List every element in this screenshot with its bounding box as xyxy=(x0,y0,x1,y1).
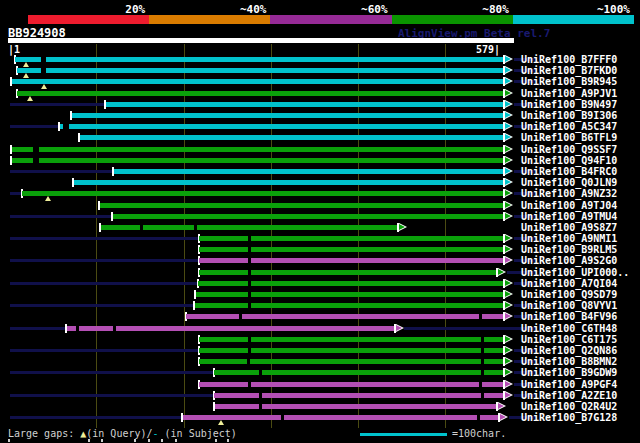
hit-label[interactable]: UniRef100_B8BMN2 xyxy=(521,356,617,367)
alignment-bar[interactable] xyxy=(199,247,504,252)
hit-label[interactable]: UniRef100_C6T175 xyxy=(521,334,617,345)
alignment-bar[interactable] xyxy=(199,359,504,364)
alignment-bar[interactable] xyxy=(17,68,504,73)
hit-label[interactable]: UniRef100_Q9SD79 xyxy=(521,289,617,300)
alignment-bar[interactable] xyxy=(199,258,504,263)
subject-gap-marker xyxy=(248,337,251,342)
hit-label[interactable]: UniRef100_A9PJV1 xyxy=(521,88,617,99)
hit-label[interactable]: UniRef100_A9S2G0 xyxy=(521,255,617,266)
alignment-bar[interactable] xyxy=(60,124,505,129)
end-arrow-icon xyxy=(498,403,504,409)
alignment-bar[interactable] xyxy=(74,180,505,185)
hit-label[interactable]: UniRef100_Q2R4U2 xyxy=(521,401,617,412)
end-arrow-icon xyxy=(505,336,511,342)
alignment-bar[interactable] xyxy=(100,203,505,208)
alignment-bar[interactable] xyxy=(183,415,500,420)
end-arrow-icon xyxy=(505,302,511,308)
truncated-text-fragment xyxy=(215,439,217,442)
hit-label[interactable]: UniRef100_B7FFF0 xyxy=(521,54,617,65)
alignment-bar[interactable] xyxy=(12,147,505,152)
hit-label[interactable]: UniRef100_Q9SSF7 xyxy=(521,144,617,155)
hit-label[interactable]: UniRef100_A5C347 xyxy=(521,121,617,132)
scale-label: ~80% xyxy=(482,3,509,16)
subject-lead-line xyxy=(10,327,67,330)
alignment-bar[interactable] xyxy=(199,348,504,353)
end-arrow-icon xyxy=(505,313,511,319)
subject-gap-marker xyxy=(36,158,39,163)
alignment-bar[interactable] xyxy=(72,113,505,118)
query-gap-triangle-icon xyxy=(218,420,224,425)
truncated-text-fragment xyxy=(134,439,136,442)
end-arrow-icon xyxy=(505,78,511,84)
hit-label[interactable]: UniRef100_B9I306 xyxy=(521,110,617,121)
end-arrow-icon xyxy=(505,101,511,107)
alignment-bar[interactable] xyxy=(17,91,504,96)
subject-gap-marker xyxy=(481,359,484,364)
alignment-bar[interactable] xyxy=(215,404,498,409)
hit-label[interactable]: UniRef100_B4FV96 xyxy=(521,311,617,322)
hit-label[interactable]: UniRef100_B9GDW9 xyxy=(521,367,617,378)
subject-gap-marker xyxy=(477,415,480,420)
alignment-bar[interactable] xyxy=(80,135,505,140)
hit-label[interactable]: UniRef100_A9S8Z7 xyxy=(521,222,617,233)
alignment-bar[interactable] xyxy=(214,370,504,375)
subject-gap-marker xyxy=(247,359,250,364)
hit-label[interactable]: UniRef100_B9RLM5 xyxy=(521,244,617,255)
hit-label[interactable]: UniRef100_UPI000.. xyxy=(521,267,629,278)
subject-gap-text: (in Subject) xyxy=(159,428,237,439)
hit-label[interactable]: UniRef100_B9R945 xyxy=(521,76,617,87)
hit-label[interactable]: UniRef100_B4FRC0 xyxy=(521,166,617,177)
hit-label[interactable]: UniRef100_A9TJ04 xyxy=(521,200,617,211)
end-arrow-icon xyxy=(505,146,511,152)
hit-label[interactable]: UniRef100_A7QI04 xyxy=(521,278,617,289)
hit-label[interactable]: UniRef100_C6TH48 xyxy=(521,323,617,334)
alignment-bar[interactable] xyxy=(214,393,504,398)
hit-label[interactable]: UniRef100_A9NZ32 xyxy=(521,188,617,199)
scale-segment xyxy=(392,15,513,24)
hit-label[interactable]: UniRef100_Q8VYV1 xyxy=(521,300,617,311)
end-arrow-icon xyxy=(500,414,506,420)
end-arrow-icon xyxy=(505,235,511,241)
alignment-bar[interactable] xyxy=(186,314,504,319)
hit-label[interactable]: UniRef100_Q2QN86 xyxy=(521,345,617,356)
hit-label[interactable]: UniRef100_Q0JLN9 xyxy=(521,177,617,188)
hit-label[interactable]: UniRef100_B9N497 xyxy=(521,99,617,110)
truncated-text-fragment xyxy=(161,439,163,442)
alignment-bar[interactable] xyxy=(101,225,398,230)
subject-gap-marker xyxy=(248,247,251,252)
end-arrow-icon xyxy=(505,291,511,297)
alignment-bar[interactable] xyxy=(106,102,505,107)
hit-label[interactable]: UniRef100_B7FKD0 xyxy=(521,65,617,76)
alignment-bar[interactable] xyxy=(12,79,505,84)
end-arrow-icon xyxy=(505,112,511,118)
alignment-bar[interactable] xyxy=(195,303,505,308)
alignment-bar[interactable] xyxy=(113,214,505,219)
alignment-bar[interactable] xyxy=(15,57,504,62)
subject-gap-marker xyxy=(481,337,484,342)
end-arrow-icon xyxy=(505,157,511,163)
scale-label: ~100% xyxy=(597,3,630,16)
truncated-text-fragment xyxy=(227,439,229,442)
hit-label[interactable]: UniRef100_B7G128 xyxy=(521,412,617,423)
alignment-bar[interactable] xyxy=(199,236,504,241)
alignment-bar[interactable] xyxy=(22,191,504,196)
hit-label[interactable]: UniRef100_A9NMI1 xyxy=(521,233,617,244)
alignment-bar[interactable] xyxy=(12,158,505,163)
alignment-bar[interactable] xyxy=(199,337,504,342)
alignment-bar[interactable] xyxy=(198,281,504,286)
ruler-start-label: |1 xyxy=(8,44,20,55)
subject-gap-marker xyxy=(76,326,79,331)
hit-label[interactable]: UniRef100_A2ZE10 xyxy=(521,390,617,401)
alignment-bar[interactable] xyxy=(114,169,505,174)
hit-label[interactable]: UniRef100_Q94F10 xyxy=(521,155,617,166)
alignment-bar[interactable] xyxy=(196,292,505,297)
end-arrow-icon xyxy=(505,123,511,129)
hit-label[interactable]: UniRef100_A9PGF4 xyxy=(521,379,617,390)
alignment-bar[interactable] xyxy=(199,382,504,387)
hit-label[interactable]: UniRef100_B6TFL9 xyxy=(521,132,617,143)
alignment-bar[interactable] xyxy=(199,270,497,275)
hit-label[interactable]: UniRef100_A9TMU4 xyxy=(521,211,617,222)
alignview-screen: 20%~40%~60%~80%~100% BB924908 AlignView.… xyxy=(0,0,640,443)
subject-gap-marker xyxy=(259,370,262,375)
scale-segment xyxy=(513,15,634,24)
